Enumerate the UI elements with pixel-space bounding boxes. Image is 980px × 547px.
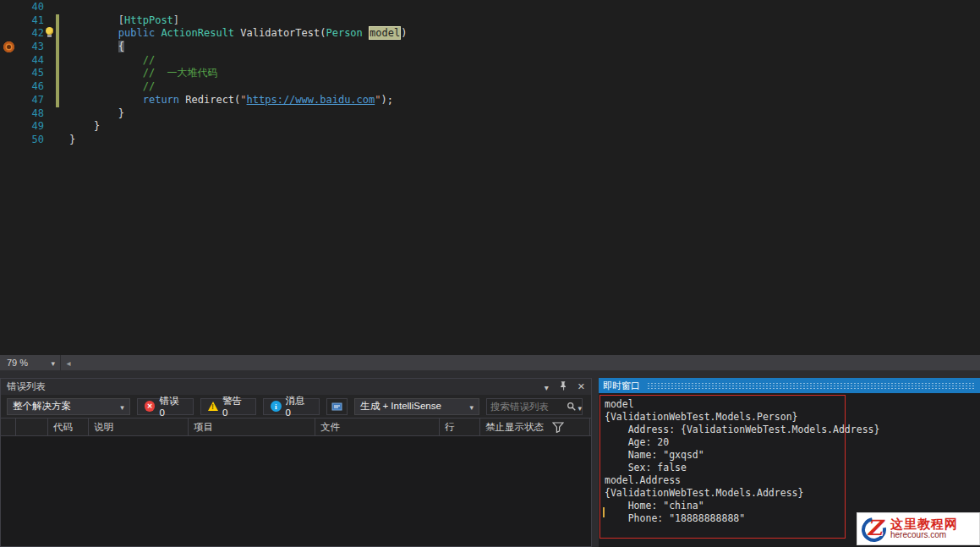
chevron-down-icon — [120, 402, 124, 412]
annotation-highlight-box: model {ValidationWebTest.Models.Person} … — [599, 395, 846, 539]
line-number: 49 — [0, 120, 44, 134]
search-input[interactable] — [487, 402, 566, 412]
code-text: } — [44, 134, 75, 147]
line-number: 45 — [0, 67, 44, 80]
close-icon[interactable] — [578, 381, 585, 392]
code-line[interactable]: 47 return Redirect("https://www.baidu.co… — [0, 94, 980, 107]
titlebar-drag-texture — [647, 382, 974, 390]
window-menu-icon[interactable] — [545, 382, 549, 392]
intellisense-icon — [331, 402, 342, 412]
error-list-title: 错误列表 — [7, 380, 46, 393]
column-header[interactable]: 说明 — [89, 418, 189, 435]
column-header-blank[interactable] — [1, 418, 16, 435]
change-tracking-bar — [56, 14, 59, 107]
code-text: public ActionResult ValidatorTest(Person… — [44, 27, 407, 41]
error-icon — [145, 401, 156, 412]
scope-dropdown[interactable]: 整个解决方案 — [7, 398, 130, 415]
line-number: 41 — [0, 14, 44, 28]
code-text: // — [44, 80, 155, 94]
line-number: 47 — [0, 94, 44, 107]
lightbulb-icon[interactable] — [45, 27, 54, 38]
error-list-toolbar: 整个解决方案 错误 0 警告 0 消息 0 生成 + IntelliSense — [1, 395, 591, 418]
messages-toggle-button[interactable]: 消息 0 — [263, 398, 320, 415]
pin-icon[interactable] — [558, 380, 568, 393]
code-text: // 一大堆代码 — [44, 67, 218, 80]
code-line[interactable]: 41 [HttpPost] — [0, 14, 980, 28]
code-text: [HttpPost] — [44, 14, 179, 28]
error-list-body[interactable] — [1, 436, 591, 546]
code-text — [44, 1, 69, 14]
line-number: 48 — [0, 107, 44, 121]
warnings-toggle-button[interactable]: 警告 0 — [200, 398, 256, 415]
code-text: } — [44, 107, 124, 121]
zoom-level: 79 % — [7, 358, 28, 368]
column-header[interactable]: 项目 — [189, 418, 315, 435]
column-header-blank[interactable] — [16, 418, 48, 435]
watermark-logo-icon: Z — [860, 515, 888, 543]
watermark-site-name: 这里教程网 — [890, 517, 958, 531]
intellisense-button[interactable] — [326, 398, 348, 415]
text-cursor — [603, 507, 605, 517]
code-text: // — [44, 54, 155, 68]
warning-icon — [208, 402, 218, 411]
chevron-down-icon[interactable] — [578, 399, 583, 414]
build-intellisense-dropdown[interactable]: 生成 + IntelliSense — [354, 398, 479, 415]
immediate-window-title: 即时窗口 — [603, 380, 640, 392]
code-line[interactable]: 50} — [0, 134, 980, 147]
line-number: 42 — [0, 27, 44, 41]
code-text: } — [44, 120, 100, 134]
code-line[interactable]: 46 // — [0, 80, 980, 94]
column-header[interactable]: 禁止显示状态 — [480, 418, 590, 435]
watermark-site-url: herecours.com — [890, 531, 958, 540]
code-line[interactable]: 45 // 一大堆代码 — [0, 67, 980, 80]
code-line[interactable]: 49 } — [0, 120, 980, 134]
filter-funnel-icon[interactable] — [552, 422, 564, 435]
code-text: return Redirect("https://www.baidu.com")… — [44, 94, 393, 107]
line-number: 44 — [0, 54, 44, 68]
scrollbar-left-arrow-icon[interactable] — [61, 355, 76, 370]
info-icon — [271, 401, 282, 412]
error-search-box — [486, 398, 583, 415]
error-list-titlebar: 错误列表 — [1, 379, 591, 395]
error-list-column-headers: 代码说明项目文件行禁止显示状态 — [1, 418, 591, 436]
error-list-panel: 错误列表 整个解决方案 错误 0 警告 0 消息 0 — [0, 378, 592, 547]
line-number: 40 — [0, 1, 44, 14]
column-header[interactable]: 行 — [440, 418, 480, 435]
chevron-down-icon — [51, 358, 55, 368]
breakpoint-icon[interactable] — [3, 41, 14, 52]
line-number: 50 — [0, 134, 44, 147]
zoom-control[interactable]: 79 % — [0, 355, 61, 370]
immediate-window-titlebar[interactable]: 即时窗口 — [599, 378, 980, 393]
code-editor[interactable]: 4041 [HttpPost]42 public ActionResult Va… — [0, 0, 980, 355]
column-header[interactable]: 代码 — [48, 418, 89, 435]
code-line[interactable]: 44 // — [0, 54, 980, 68]
chevron-down-icon — [470, 402, 474, 412]
code-line[interactable]: 43 { — [0, 41, 980, 54]
code-line[interactable]: 40 — [0, 1, 980, 14]
immediate-output-text[interactable]: model {ValidationWebTest.Models.Person} … — [600, 396, 845, 525]
watermark: Z 这里教程网 herecours.com — [857, 512, 980, 545]
code-line[interactable]: 48 } — [0, 107, 980, 121]
code-lines: 4041 [HttpPost]42 public ActionResult Va… — [0, 1, 980, 147]
line-number: 46 — [0, 80, 44, 94]
editor-status-strip: 79 % — [0, 355, 980, 370]
column-header[interactable]: 文件 — [315, 418, 440, 435]
logo-letter: Z — [867, 516, 882, 541]
horizontal-scrollbar[interactable] — [76, 355, 980, 370]
code-line[interactable]: 42 public ActionResult ValidatorTest(Per… — [0, 27, 980, 41]
search-icon[interactable] — [567, 402, 578, 412]
errors-toggle-button[interactable]: 错误 0 — [137, 398, 194, 415]
